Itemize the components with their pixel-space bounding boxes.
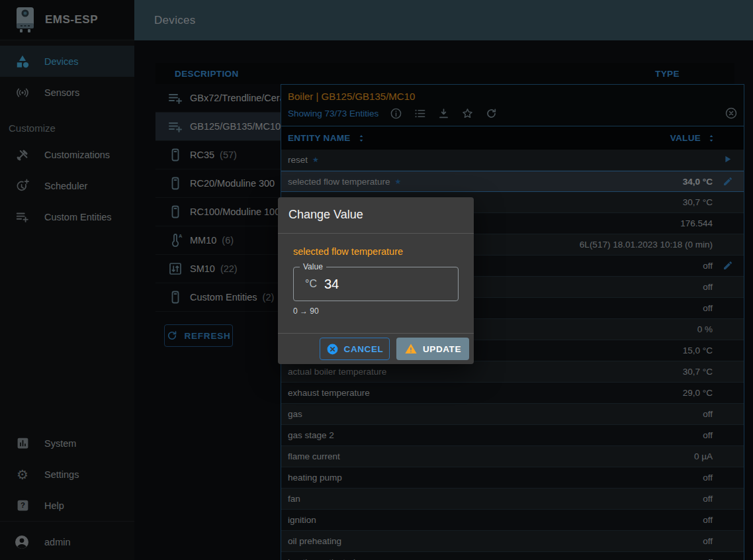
change-value-dialog: Change Value selected flow temperature V… [278, 197, 474, 364]
ems-esp-app: EMS-ESP Devices Sensors Customize C [0, 0, 753, 560]
cancel-label: CANCEL [344, 344, 384, 354]
value-range-hint: 0 → 90 [293, 306, 459, 316]
dialog-entity-name: selected flow temperature [293, 246, 459, 257]
unit-adornment: °C [305, 278, 317, 290]
dialog-title: Change Value [278, 197, 474, 234]
dialog-actions: CANCEL UPDATE [278, 333, 474, 364]
cancel-button[interactable]: CANCEL [320, 338, 390, 360]
cancel-icon [326, 343, 339, 355]
update-label: UPDATE [423, 344, 461, 354]
value-input-label: Value [300, 262, 326, 271]
warning-icon [404, 342, 418, 355]
value-input[interactable]: Value °C 34 [293, 267, 459, 301]
update-button[interactable]: UPDATE [396, 338, 469, 360]
value-input-text: 34 [324, 277, 339, 292]
